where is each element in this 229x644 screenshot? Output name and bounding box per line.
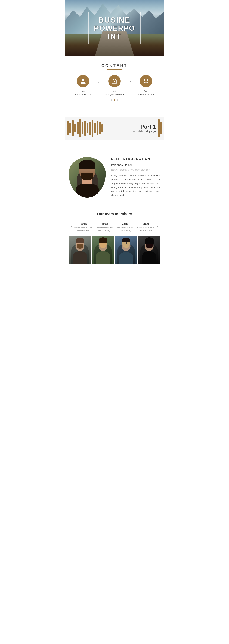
part-subtitle: Transitional page bbox=[123, 130, 156, 133]
svg-point-0 bbox=[144, 79, 145, 80]
intro-description: Always insisting. Use iron scoop is too … bbox=[111, 174, 160, 197]
team-member-1: Randy Where there is a will, there is a … bbox=[73, 222, 94, 232]
hero-title-box: BUSINE POWERPO INT bbox=[88, 12, 141, 44]
icon-circle-2 bbox=[108, 75, 121, 87]
bar bbox=[82, 122, 84, 134]
dot-2[interactable] bbox=[114, 100, 115, 101]
bar bbox=[99, 122, 101, 134]
member-name-4: Brant bbox=[135, 222, 156, 225]
spacer-2 bbox=[65, 140, 164, 150]
icon-circle-1 bbox=[77, 75, 89, 87]
item-number-2: 02 bbox=[113, 90, 116, 92]
content-heading-underline bbox=[107, 69, 122, 70]
member-name-1: Randy bbox=[73, 222, 94, 225]
part-bars-right bbox=[158, 119, 164, 137]
item-number-1: 01 bbox=[82, 90, 85, 92]
intro-content: SELF INTRODUCTION PanicDay Design Where … bbox=[111, 157, 160, 197]
hero-title: BUSINE POWERPO INT bbox=[94, 16, 135, 40]
part-text: Part 1 Transitional page bbox=[123, 124, 158, 133]
bar bbox=[89, 122, 91, 135]
team-member-2: Tomas Where there is a will, there is a … bbox=[94, 222, 115, 232]
bar bbox=[72, 120, 74, 136]
intro-section: SELF INTRODUCTION PanicDay Design Where … bbox=[65, 150, 164, 205]
bar-right-1 bbox=[158, 119, 160, 137]
separator-1: / bbox=[97, 80, 100, 84]
dot-1[interactable] bbox=[111, 100, 112, 101]
svg-point-3 bbox=[146, 82, 148, 83]
content-item-2: 02 Add your title here bbox=[100, 75, 129, 96]
intro-tagline: Where there is a will, there is a way bbox=[111, 168, 160, 171]
dot-3[interactable] bbox=[117, 100, 118, 101]
bar bbox=[101, 124, 103, 132]
team-photo-3 bbox=[115, 236, 137, 264]
bar bbox=[97, 121, 98, 135]
bar-right-2 bbox=[160, 122, 162, 134]
next-arrow[interactable]: > bbox=[156, 224, 160, 231]
team-photo-1 bbox=[69, 236, 91, 264]
icon-circle-3 bbox=[140, 75, 152, 87]
part-section: Part 1 Transitional page bbox=[65, 117, 164, 140]
person-icon bbox=[80, 78, 86, 84]
intro-photo bbox=[69, 157, 106, 198]
svg-point-2 bbox=[144, 82, 145, 83]
member-name-2: Tomas bbox=[94, 222, 115, 225]
bar bbox=[87, 123, 88, 133]
separator-2: / bbox=[129, 80, 132, 84]
team-heading: Our team members bbox=[69, 212, 160, 216]
spacer-1 bbox=[65, 106, 164, 117]
bar bbox=[67, 121, 69, 135]
item-label-2: Add your title here bbox=[105, 93, 124, 96]
team-member-4: Brant Where there is a will, there is a … bbox=[135, 222, 156, 232]
content-item-1: 01 Add your title here bbox=[69, 75, 97, 96]
content-heading: CONTENT bbox=[69, 63, 160, 68]
team-photo-2 bbox=[92, 236, 114, 264]
bar bbox=[69, 123, 71, 133]
member-desc-2: Where there is a will, there is a way bbox=[94, 226, 115, 232]
part-bars-left bbox=[65, 119, 123, 137]
svg-point-1 bbox=[146, 79, 148, 80]
item-label-1: Add your title here bbox=[74, 93, 93, 96]
team-member-3: Jack Where there is a will, there is a w… bbox=[115, 222, 135, 232]
content-items: 01 Add your title here / 02 Add your tit… bbox=[69, 75, 160, 96]
bar bbox=[94, 123, 96, 133]
team-members: Randy Where there is a will, there is a … bbox=[73, 222, 156, 232]
bar bbox=[79, 119, 81, 137]
team-heading-underline bbox=[107, 218, 122, 218]
member-desc-1: Where there is a will, there is a way bbox=[73, 226, 94, 232]
hero-section: BUSINE POWERPO INT bbox=[65, 0, 164, 56]
team-section: Our team members < Randy Where there is … bbox=[65, 205, 164, 269]
bar bbox=[84, 121, 86, 136]
briefcase-icon bbox=[111, 78, 117, 84]
team-photo-4 bbox=[138, 236, 160, 264]
bar bbox=[74, 124, 76, 132]
content-section: CONTENT 01 Add your title here / 02 Add … bbox=[65, 56, 164, 106]
carousel-dots bbox=[69, 100, 160, 101]
bar bbox=[92, 120, 93, 136]
intro-heading: SELF INTRODUCTION bbox=[111, 157, 160, 161]
team-carousel: < Randy Where there is a will, there is … bbox=[69, 222, 160, 232]
item-label-3: Add your title here bbox=[137, 93, 155, 96]
member-desc-3: Where there is a will, there is a way bbox=[115, 226, 135, 232]
member-name-3: Jack bbox=[115, 222, 135, 225]
team-photos bbox=[69, 236, 160, 264]
prev-arrow[interactable]: < bbox=[69, 224, 73, 231]
item-number-3: 03 bbox=[144, 90, 148, 92]
grid-icon bbox=[143, 78, 149, 84]
content-item-3: 03 Add your title here bbox=[132, 75, 160, 96]
intro-name: PanicDay Design bbox=[111, 164, 160, 167]
part-number: Part 1 bbox=[123, 124, 156, 130]
member-desc-4: Where there is a will, there is a way bbox=[135, 226, 156, 232]
bar bbox=[77, 122, 79, 134]
